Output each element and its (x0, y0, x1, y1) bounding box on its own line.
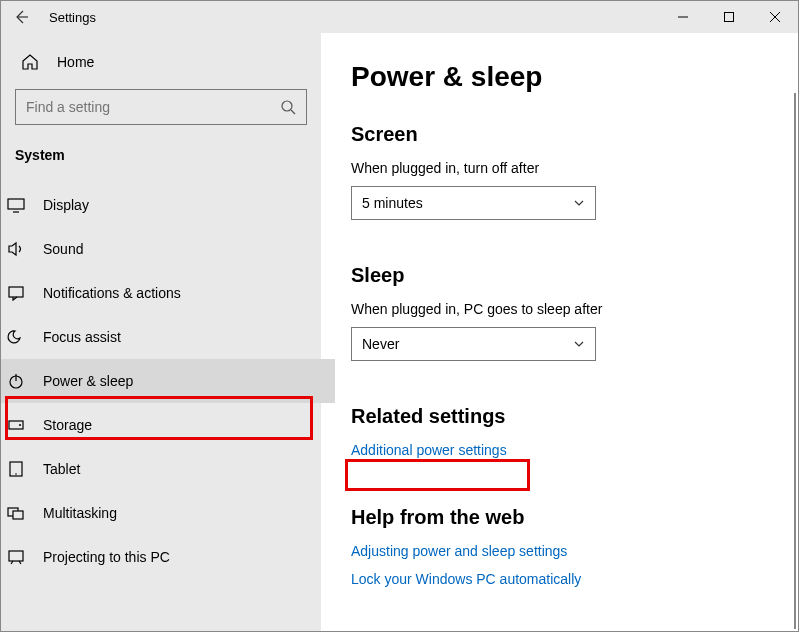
sidebar-item-multitasking[interactable]: Multitasking (0, 491, 335, 535)
sidebar-item-label: Power & sleep (43, 373, 133, 389)
search-icon (280, 99, 296, 115)
storage-icon (7, 416, 25, 434)
sidebar-item-label: Notifications & actions (43, 285, 181, 301)
sidebar-item-label: Display (43, 197, 89, 213)
display-icon (7, 196, 25, 214)
sidebar-item-label: Sound (43, 241, 83, 257)
svg-rect-0 (725, 13, 734, 22)
group-label: System (15, 147, 307, 183)
sidebar-item-focus-assist[interactable]: Focus assist (0, 315, 335, 359)
back-icon[interactable] (13, 9, 29, 25)
sidebar-item-notifications[interactable]: Notifications & actions (0, 271, 335, 315)
section-sleep: Sleep (351, 264, 768, 287)
tablet-icon (7, 460, 25, 478)
sidebar-item-power-sleep[interactable]: Power & sleep (0, 359, 335, 403)
sleep-label: When plugged in, PC goes to sleep after (351, 301, 768, 317)
sidebar-item-label: Focus assist (43, 329, 121, 345)
notifications-icon (7, 284, 25, 302)
sidebar-item-label: Storage (43, 417, 92, 433)
link-help-adjusting[interactable]: Adjusting power and sleep settings (351, 543, 768, 559)
sidebar-item-label: Tablet (43, 461, 80, 477)
nav-list: Display Sound Notifications & actions (0, 183, 335, 579)
titlebar-left: Settings (1, 9, 660, 25)
sidebar-item-sound[interactable]: Sound (0, 227, 335, 271)
search-field[interactable] (26, 99, 280, 115)
sidebar: Home System Display (1, 33, 321, 631)
window-title: Settings (49, 10, 96, 25)
close-button[interactable] (752, 1, 798, 33)
multitasking-icon (7, 504, 25, 522)
highlight-additional-power (345, 459, 530, 491)
main-panel: Power & sleep Screen When plugged in, tu… (321, 33, 798, 631)
sidebar-item-projecting[interactable]: Projecting to this PC (0, 535, 335, 579)
power-icon (7, 372, 25, 390)
sidebar-item-label: Multitasking (43, 505, 117, 521)
focus-assist-icon (7, 328, 25, 346)
sound-icon (7, 240, 25, 258)
home-label: Home (57, 54, 94, 70)
search-input[interactable] (15, 89, 307, 125)
section-related: Related settings (351, 405, 768, 428)
sidebar-item-tablet[interactable]: Tablet (0, 447, 335, 491)
projecting-icon (7, 548, 25, 566)
maximize-button[interactable] (706, 1, 752, 33)
sidebar-item-storage[interactable]: Storage (0, 403, 335, 447)
svg-point-1 (282, 101, 292, 111)
sleep-timeout-value: Never (362, 336, 399, 352)
sidebar-item-display[interactable]: Display (0, 183, 335, 227)
sidebar-item-label: Projecting to this PC (43, 549, 170, 565)
chevron-down-icon (573, 338, 585, 350)
chevron-down-icon (573, 197, 585, 209)
sidebar-home[interactable]: Home (15, 43, 307, 89)
section-screen: Screen (351, 123, 768, 146)
home-icon (21, 53, 39, 71)
titlebar: Settings (1, 1, 798, 33)
screen-label: When plugged in, turn off after (351, 160, 768, 176)
svg-rect-3 (9, 287, 23, 297)
svg-point-6 (19, 424, 21, 426)
link-help-lock[interactable]: Lock your Windows PC automatically (351, 571, 768, 587)
screen-timeout-select[interactable]: 5 minutes (351, 186, 596, 220)
sleep-timeout-select[interactable]: Never (351, 327, 596, 361)
minimize-button[interactable] (660, 1, 706, 33)
link-additional-power[interactable]: Additional power settings (351, 442, 507, 458)
svg-point-8 (15, 473, 17, 475)
screen-timeout-value: 5 minutes (362, 195, 423, 211)
scrollbar[interactable] (794, 93, 796, 629)
svg-rect-10 (13, 511, 23, 519)
settings-window: Settings Home (1, 1, 798, 631)
svg-rect-11 (9, 551, 23, 561)
page-title: Power & sleep (351, 61, 768, 93)
svg-rect-2 (8, 199, 24, 209)
section-help: Help from the web (351, 506, 768, 529)
body: Home System Display (1, 33, 798, 631)
window-controls (660, 1, 798, 33)
